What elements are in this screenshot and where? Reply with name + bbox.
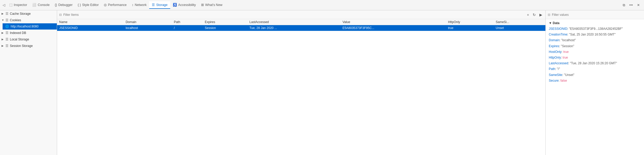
localhost-globe-icon: 🌐 bbox=[5, 25, 9, 28]
col-header-samesite: SameSi... bbox=[494, 19, 545, 25]
data-entry-key: LastAccessed bbox=[549, 61, 568, 65]
col-header-path: Path bbox=[172, 19, 203, 25]
right-panel: ⊟ ▼ Data JSESSIONID: "E5A8035373F3F9...1… bbox=[545, 10, 644, 155]
filter-values-input[interactable] bbox=[552, 13, 642, 17]
console-icon: ⬜ bbox=[32, 3, 36, 7]
cookies-table: Name Domain Path Expires LastAccessed Va… bbox=[57, 19, 545, 31]
tab-debugger[interactable]: {} Debugger bbox=[52, 2, 75, 9]
data-entry-row: LastAccessed: "Tue, 28 Jan 2020 15:26:20… bbox=[549, 61, 641, 66]
network-label: Network bbox=[135, 3, 147, 7]
col-header-lastaccessed: LastAccessed bbox=[247, 19, 340, 25]
performance-icon: ◎ bbox=[104, 3, 107, 7]
col-header-name: Name bbox=[57, 19, 124, 25]
inspector-label: Inspector bbox=[14, 3, 27, 7]
data-entry-value: true bbox=[563, 56, 568, 59]
local-storage-triangle: ▶ bbox=[2, 38, 4, 41]
indexed-db-label: Indexed DB bbox=[10, 31, 26, 35]
data-entry-key: Path bbox=[549, 67, 555, 71]
console-label: Console bbox=[38, 3, 50, 7]
right-panel-content: ▼ Data JSESSIONID: "E5A8035373F3F9...138… bbox=[546, 19, 644, 155]
col-header-httponly: HttpOnly bbox=[446, 19, 494, 25]
table-row[interactable]: JSESSIONIDlocalhost/SessionTue, 28 Jan 2… bbox=[57, 25, 545, 31]
session-storage-triangle: ▶ bbox=[2, 44, 4, 47]
data-entry-separator: : bbox=[559, 79, 560, 82]
storage-label: Storage bbox=[156, 3, 168, 7]
play-button[interactable]: ▶ bbox=[538, 12, 543, 17]
split-pane-button[interactable]: ⧉ bbox=[621, 2, 627, 8]
data-entry-row: HttpOnly: true bbox=[549, 55, 641, 60]
table-scroll[interactable]: Name Domain Path Expires LastAccessed Va… bbox=[57, 19, 545, 155]
refresh-button[interactable]: ↻ bbox=[532, 12, 537, 17]
data-section-header: ▼ Data bbox=[549, 21, 641, 25]
session-storage-label: Session Storage bbox=[10, 44, 33, 48]
sidebar-item-localhost[interactable]: 🌐 http://localhost:8080 bbox=[3, 23, 57, 30]
data-entry-key: HttpOnly bbox=[549, 56, 561, 59]
data-entry-key: Secure bbox=[549, 79, 559, 82]
data-entry-row: HostOnly: true bbox=[549, 50, 641, 54]
tab-style-editor[interactable]: { } Style Editor bbox=[75, 2, 101, 9]
data-entry-value: "Sat, 25 Jan 2020 16:50:55 GMT" bbox=[569, 33, 615, 36]
cache-storage-label: Cache Storage bbox=[10, 12, 31, 16]
sidebar-category-session-storage[interactable]: ▶ ☰ Session Storage bbox=[0, 43, 57, 49]
data-entry-key: JSESSIONID bbox=[549, 27, 567, 31]
whats-new-label: What's New bbox=[205, 3, 222, 7]
style-editor-icon: { } bbox=[78, 3, 81, 7]
filter-icon: ⊟ bbox=[59, 13, 62, 17]
back-button[interactable]: ◁ bbox=[1, 2, 7, 8]
tab-network[interactable]: ↕ Network bbox=[129, 2, 149, 9]
tab-inspector[interactable]: ⬚ Inspector bbox=[7, 1, 30, 9]
table-body: JSESSIONIDlocalhost/SessionTue, 28 Jan 2… bbox=[57, 25, 545, 31]
sidebar: ▶ ☰ Cache Storage ▼ ☰ Cookies 🌐 http://l… bbox=[0, 10, 57, 155]
data-entries: JSESSIONID: "E5A8035373F3F9...138AA28245… bbox=[549, 26, 641, 83]
tab-whats-new[interactable]: ⊞ What's New bbox=[198, 1, 225, 9]
local-storage-label: Local Storage bbox=[10, 38, 29, 41]
data-entry-row: CreationTime: "Sat, 25 Jan 2020 16:50:55… bbox=[549, 32, 641, 37]
data-entry-row: SameSite: "Unset" bbox=[549, 73, 641, 78]
col-header-expires: Expires bbox=[203, 19, 247, 25]
data-entry-value: "/" bbox=[557, 67, 560, 71]
indexed-db-triangle: ▶ bbox=[2, 31, 4, 34]
close-button[interactable]: ✕ bbox=[635, 2, 641, 8]
toolbar-right-buttons: ⧉ ••• ✕ bbox=[621, 2, 641, 8]
data-entry-value: "localhost" bbox=[561, 38, 576, 42]
data-entry-separator: : bbox=[562, 73, 564, 77]
data-entry-row: JSESSIONID: "E5A8035373F3F9...138AA28245… bbox=[549, 26, 641, 31]
col-header-value: Value bbox=[340, 19, 446, 25]
more-button[interactable]: ••• bbox=[628, 2, 634, 8]
sidebar-category-cookies[interactable]: ▼ ☰ Cookies bbox=[0, 17, 57, 23]
data-entry-key: Domain bbox=[549, 38, 559, 42]
cookies-icon: ☰ bbox=[5, 18, 9, 22]
sidebar-category-cache-storage[interactable]: ▶ ☰ Cache Storage bbox=[0, 10, 57, 17]
data-entry-value: "E5A8035373F3F9...138AA282452BF" bbox=[569, 27, 623, 31]
performance-label: Performance bbox=[108, 3, 127, 7]
style-editor-label: Style Editor bbox=[82, 3, 99, 7]
storage-icon: ☰ bbox=[152, 3, 155, 7]
data-entry-key: SameSite bbox=[549, 73, 562, 77]
tab-storage[interactable]: ☰ Storage bbox=[149, 1, 170, 9]
whats-new-icon: ⊞ bbox=[201, 3, 204, 7]
data-entry-row: Path: "/" bbox=[549, 67, 641, 72]
data-entry-row: Domain: "localhost" bbox=[549, 38, 641, 43]
accessibility-icon: ♿ bbox=[173, 3, 177, 7]
data-entry-value: false bbox=[560, 79, 567, 82]
table-toolbar: ⊟ + ↻ ▶ bbox=[57, 10, 545, 19]
filter-items-input[interactable] bbox=[63, 13, 524, 17]
tab-accessibility[interactable]: ♿ Accessibility bbox=[170, 1, 198, 9]
content-area: ⊟ + ↻ ▶ Name Domain Path Expires LastAcc… bbox=[57, 10, 545, 155]
add-button[interactable]: + bbox=[526, 12, 530, 17]
cache-storage-triangle: ▶ bbox=[2, 12, 4, 15]
data-entry-key: Expires bbox=[549, 44, 559, 48]
data-entry-value: true bbox=[563, 50, 569, 54]
data-entry-value: "Session" bbox=[561, 44, 574, 48]
debugger-label: Debugger bbox=[58, 3, 73, 7]
data-entry-value: "Unset" bbox=[564, 73, 574, 77]
localhost-label: http://localhost:8080 bbox=[11, 25, 38, 28]
table-header: Name Domain Path Expires LastAccessed Va… bbox=[57, 19, 545, 25]
sidebar-category-local-storage[interactable]: ▶ ☰ Local Storage bbox=[0, 36, 57, 43]
tab-performance[interactable]: ◎ Performance bbox=[101, 1, 129, 9]
tab-console[interactable]: ⬜ Console bbox=[30, 1, 52, 9]
network-icon: ↕ bbox=[132, 3, 133, 7]
right-panel-toolbar: ⊟ bbox=[546, 10, 644, 19]
sidebar-category-indexed-db[interactable]: ▶ ☰ Indexed DB bbox=[0, 30, 57, 36]
col-header-domain: Domain bbox=[124, 19, 172, 25]
